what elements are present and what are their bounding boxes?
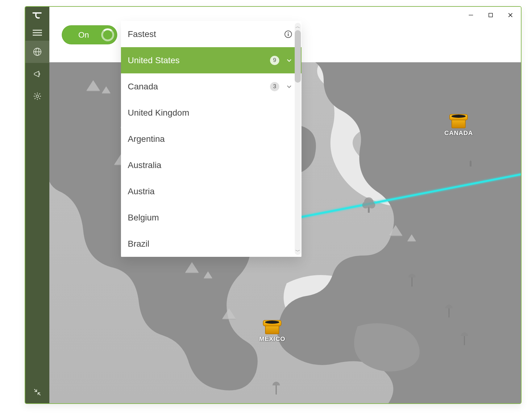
- info-icon[interactable]: [284, 30, 292, 38]
- scroll-down-icon[interactable]: ﹀: [295, 248, 301, 255]
- dropdown-item-fastest[interactable]: Fastest: [121, 21, 301, 47]
- toggle-knob-icon: [101, 28, 114, 41]
- menu-icon[interactable]: [25, 25, 49, 41]
- mountain-icon: [389, 225, 402, 236]
- svg-rect-1: [489, 13, 493, 17]
- map-marker-mexico[interactable]: MEXICO: [259, 320, 285, 343]
- svg-point-10: [36, 95, 39, 97]
- scroll-thumb[interactable]: [295, 30, 301, 83]
- dropdown-item-country[interactable]: Austria: [121, 178, 301, 204]
- sidebar-item-announcements[interactable]: [25, 63, 49, 85]
- app-window: On CAN: [25, 6, 522, 404]
- palm-icon: [272, 379, 281, 395]
- dropdown-item-label: Australia: [128, 160, 161, 170]
- dropdown-item-country[interactable]: Australia: [121, 152, 301, 178]
- window-controls: [461, 7, 520, 23]
- mountain-icon: [407, 234, 416, 241]
- svg-point-12: [288, 32, 289, 33]
- chevron-down-icon: [286, 84, 292, 90]
- tunnel-pipe-icon: [451, 114, 466, 128]
- maximize-button[interactable]: [481, 7, 501, 23]
- connection-toggle[interactable]: On: [62, 25, 117, 44]
- dropdown-item-label: Canada: [128, 82, 158, 92]
- mountain-icon: [204, 271, 212, 278]
- mountain-icon: [222, 308, 236, 319]
- map-marker-canada[interactable]: CANADA: [444, 114, 473, 137]
- dropdown-item-label: Argentina: [128, 134, 165, 144]
- palm-icon: [444, 302, 454, 318]
- tunnel-pipe-icon: [264, 320, 280, 334]
- map-marker-label: CANADA: [444, 129, 473, 137]
- mountain-icon: [185, 262, 199, 273]
- tree-icon: [364, 197, 373, 213]
- chevron-down-icon: [286, 57, 292, 64]
- toggle-label: On: [78, 30, 101, 40]
- dropdown-item-label: Austria: [128, 187, 155, 196]
- svg-rect-13: [288, 34, 289, 36]
- app-logo: [25, 7, 49, 25]
- sidebar-item-settings[interactable]: [25, 85, 49, 107]
- dropdown-item-label: United States: [128, 55, 180, 65]
- server-count-badge: 3: [270, 82, 279, 91]
- dropdown-item-country[interactable]: United Kingdom: [121, 100, 301, 126]
- dropdown-item-country[interactable]: Canada 3: [121, 73, 301, 100]
- minimize-button[interactable]: [461, 7, 481, 23]
- mountain-icon: [86, 80, 100, 91]
- dropdown-item-label: United Kingdom: [128, 108, 189, 118]
- tree-icon: [466, 151, 475, 166]
- dropdown-item-country[interactable]: Argentina: [121, 126, 301, 152]
- server-count-badge: 9: [270, 56, 279, 65]
- sidebar-item-globe[interactable]: [25, 41, 49, 63]
- dropdown-item-country[interactable]: United States 9: [121, 47, 301, 73]
- dropdown-scrollbar[interactable]: ︿ ﹀: [295, 23, 301, 255]
- dropdown-item-country[interactable]: Brazil: [121, 231, 301, 257]
- dropdown-item-label: Belgium: [128, 213, 159, 223]
- close-button[interactable]: [501, 7, 520, 23]
- palm-icon: [460, 330, 469, 345]
- country-dropdown: Fastest United States 9 Canada 3 United …: [121, 21, 301, 257]
- dropdown-item-label: Fastest: [128, 29, 156, 39]
- dropdown-item-label: Brazil: [128, 239, 149, 249]
- scroll-up-icon[interactable]: ︿: [295, 23, 301, 30]
- mountain-icon: [102, 86, 110, 93]
- collapse-icon[interactable]: [25, 381, 49, 403]
- palm-icon: [407, 271, 417, 287]
- dropdown-item-country[interactable]: Belgium: [121, 204, 301, 231]
- sidebar: [25, 7, 49, 403]
- map-marker-label: MEXICO: [259, 335, 285, 343]
